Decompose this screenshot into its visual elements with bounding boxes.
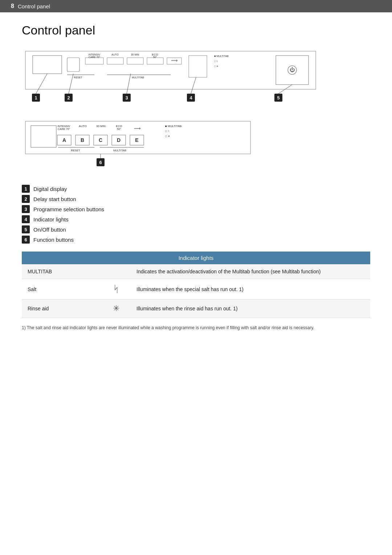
item-label-3: Programme selection buttons xyxy=(33,206,104,212)
item-number-3: 3 xyxy=(22,205,30,213)
svg-text:RESET: RESET xyxy=(74,76,82,79)
indicator-desc-multitab: Indicates the activation/deactivation of… xyxy=(131,264,370,279)
indicator-name-multitab: MULTITAB xyxy=(22,264,102,279)
svg-text:AUTO: AUTO xyxy=(111,53,119,56)
svg-text:D: D xyxy=(117,137,121,143)
svg-rect-6 xyxy=(107,58,123,64)
svg-text:E: E xyxy=(135,137,138,143)
list-item: 1 Digital display xyxy=(22,185,370,193)
svg-text:30 MIN: 30 MIN xyxy=(131,53,139,56)
svg-text:4: 4 xyxy=(189,95,192,101)
diagram-container: INTENSIV CARE 70° AUTO 30 MIN ECO 50° ⟿ … xyxy=(22,48,370,174)
list-item: 3 Programme selection buttons xyxy=(22,205,370,213)
item-number-4: 4 xyxy=(22,215,30,223)
bottom-diagram-wrap: INTENSIV CARE 70° AUTO 30 MIN ECO 50° ⟿ … xyxy=(22,118,370,174)
svg-text:□ ᛋ: □ ᛋ xyxy=(214,60,218,62)
svg-text:30 MIN: 30 MIN xyxy=(96,125,106,128)
header-bar: 8 Control panel xyxy=(0,0,392,12)
svg-rect-3 xyxy=(85,58,103,64)
indicator-name-rinse: Rinse aid xyxy=(22,299,102,318)
svg-rect-15 xyxy=(189,56,207,77)
svg-text:MULTITAB: MULTITAB xyxy=(132,76,144,79)
item-label-6: Function buttons xyxy=(33,237,74,243)
item-label-4: Indicator lights xyxy=(33,216,69,223)
svg-text:6: 6 xyxy=(99,160,102,165)
svg-text:50°: 50° xyxy=(117,127,121,131)
items-list: 1 Digital display 2 Delay start button 3… xyxy=(22,185,370,244)
svg-text:1: 1 xyxy=(34,95,37,101)
item-label-5: On/Off button xyxy=(33,227,66,233)
svg-text:A: A xyxy=(62,137,66,143)
svg-text:⟿: ⟿ xyxy=(171,58,178,63)
svg-text:□ ᛋ: □ ᛋ xyxy=(165,130,170,133)
indicator-desc-rinse: Illuminates when the rinse aid has run o… xyxy=(131,299,370,318)
header-title: Control panel xyxy=(18,3,50,9)
top-panel-diagram: INTENSIV CARE 70° AUTO 30 MIN ECO 50° ⟿ … xyxy=(22,48,319,111)
svg-text:B: B xyxy=(81,137,84,143)
page-title: Control panel xyxy=(22,23,370,37)
indicator-table: Indicator lights MULTITAB Indicates the … xyxy=(22,252,370,318)
bottom-panel-diagram: INTENSIV CARE 70° AUTO 30 MIN ECO 50° ⟿ … xyxy=(22,118,254,174)
item-label-1: Digital display xyxy=(33,186,67,192)
svg-text:□ ✳: □ ✳ xyxy=(214,65,219,68)
svg-text:■ MULTITAB: ■ MULTITAB xyxy=(214,55,229,57)
svg-text:MULTITAB: MULTITAB xyxy=(113,149,126,152)
svg-rect-1 xyxy=(33,56,62,74)
svg-text:5: 5 xyxy=(277,95,279,101)
list-item: 2 Delay start button xyxy=(22,195,370,203)
svg-text:2: 2 xyxy=(67,95,70,101)
svg-rect-2 xyxy=(67,58,79,72)
svg-text:⏻: ⏻ xyxy=(290,67,295,73)
footnote: 1) The salt and rinse aid indicator ligh… xyxy=(22,325,370,331)
svg-rect-10 xyxy=(147,58,163,64)
item-number-5: 5 xyxy=(22,225,30,233)
indicator-symbol-salt: ᛋ xyxy=(102,279,131,299)
svg-rect-8 xyxy=(127,58,143,64)
svg-text:INTENSIV: INTENSIV xyxy=(89,53,101,56)
table-row: Rinse aid ✳ Illuminates when the rinse a… xyxy=(22,299,370,318)
svg-text:■ MULTITAB: ■ MULTITAB xyxy=(165,125,181,128)
svg-rect-42 xyxy=(31,126,56,147)
item-number-6: 6 xyxy=(22,236,30,244)
svg-text:CARE 70°: CARE 70° xyxy=(58,127,70,131)
svg-text:C: C xyxy=(99,137,102,143)
svg-text:CARE 70°: CARE 70° xyxy=(89,56,100,58)
table-header: Indicator lights xyxy=(22,252,370,264)
list-item: 6 Function buttons xyxy=(22,236,370,244)
table-row: MULTITAB Indicates the activation/deacti… xyxy=(22,264,370,279)
item-label-2: Delay start button xyxy=(33,196,76,202)
item-number-1: 1 xyxy=(22,185,30,193)
list-item: 4 Indicator lights xyxy=(22,215,370,223)
indicator-name-salt: Salt xyxy=(22,279,102,299)
svg-text:50°: 50° xyxy=(153,56,157,58)
svg-text:⟿: ⟿ xyxy=(134,126,141,131)
svg-text:AUTO: AUTO xyxy=(79,125,87,128)
svg-text:3: 3 xyxy=(125,95,128,101)
indicator-symbol-multitab xyxy=(102,264,131,279)
indicator-desc-salt: Illuminates when the special salt has ru… xyxy=(131,279,370,299)
item-number-2: 2 xyxy=(22,195,30,203)
page-content: Control panel INTENSIV CARE 70° AUTO 30 … xyxy=(0,12,392,346)
svg-text:RESET: RESET xyxy=(71,149,80,152)
table-row: Salt ᛋ Illuminates when the special salt… xyxy=(22,279,370,299)
svg-text:□ ✳: □ ✳ xyxy=(165,135,170,138)
page-number: 8 xyxy=(11,3,14,9)
list-item: 5 On/Off button xyxy=(22,225,370,233)
indicator-symbol-rinse: ✳ xyxy=(102,299,131,318)
